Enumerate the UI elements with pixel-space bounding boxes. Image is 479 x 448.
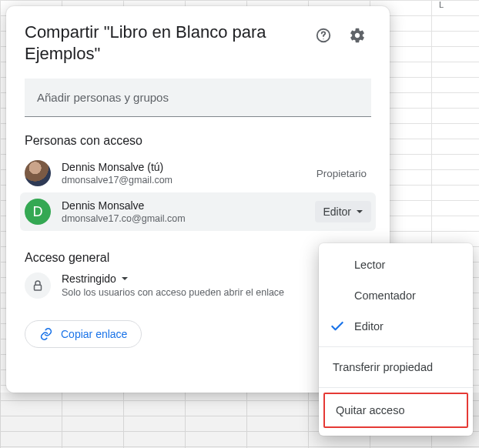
menu-item-editor[interactable]: Editor [319,311,473,342]
menu-separator [319,387,473,388]
role-dropdown[interactable]: Editor [315,201,371,222]
person-name: Dennis Monsalve [62,199,304,212]
menu-item-label: Editor [354,320,384,333]
avatar: D [25,199,51,225]
restricted-label: Restringido [62,272,116,285]
owner-label: Propietario [317,168,367,179]
svg-rect-2 [35,285,42,290]
add-people-placeholder: Añadir personas y grupos [37,91,169,104]
avatar [25,160,51,186]
annotation-highlight: Quitar acceso [323,393,468,428]
gear-icon[interactable] [343,22,371,49]
dialog-title: Compartir "Libro en Blanco para Ejemplos… [25,22,303,65]
caret-down-icon [356,208,363,216]
person-row-owner: Dennis Monsalve (tú) dmonsalve17@gmail.c… [20,154,376,192]
add-people-input[interactable]: Añadir personas y grupos [25,79,371,117]
menu-item-label: Transferir propiedad [333,361,433,373]
person-row-editor: D Dennis Monsalve dmonsalve17.co@gmail.c… [20,192,376,231]
menu-separator [319,346,473,347]
menu-item-transfer-ownership[interactable]: Transferir propiedad [319,352,473,383]
menu-item-remove-access[interactable]: Quitar acceso [325,394,467,426]
role-dropdown-label: Editor [323,206,351,218]
role-menu: Lector Comentador Editor Transferir prop… [319,243,473,436]
caret-down-icon [121,275,129,283]
person-name: Dennis Monsalve (tú) [62,161,306,173]
menu-item-viewer[interactable]: Lector [319,249,473,280]
link-icon [39,327,53,341]
column-header-L: L [439,0,444,9]
menu-item-label: Comentador [354,289,416,302]
menu-item-label: Lector [354,259,385,271]
menu-item-commenter[interactable]: Comentador [319,280,473,311]
help-icon[interactable] [310,22,337,49]
people-section-title: Personas con acceso [25,134,371,148]
check-icon [330,319,345,334]
copy-link-button[interactable]: Copiar enlace [25,320,142,348]
svg-point-1 [323,38,323,39]
lock-icon [25,272,51,299]
copy-link-label: Copiar enlace [61,328,127,340]
person-email: dmonsalve17@gmail.com [62,175,306,186]
person-email: dmonsalve17.co@gmail.com [62,213,304,224]
menu-item-label: Quitar acceso [336,404,404,416]
